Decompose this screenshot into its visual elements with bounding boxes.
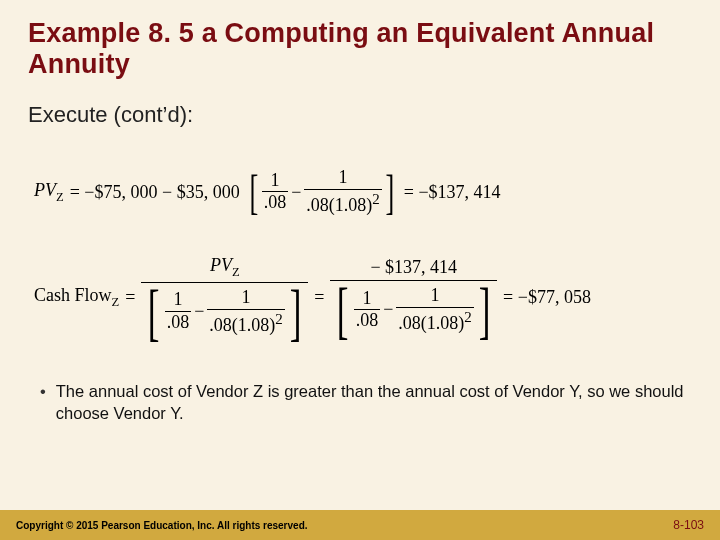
- bracket-left-icon: [: [337, 284, 349, 335]
- eq1-frac2-den: .08(1.08)2: [304, 189, 382, 216]
- eq1-frac2: 1 .08(1.08)2: [304, 168, 382, 216]
- eq2b-f1-num: 1: [360, 289, 373, 310]
- eq1-frac1-num: 1: [268, 171, 281, 192]
- eq2-top2: − $137, 414: [368, 258, 459, 281]
- eq2-f2-den-base: .08(1.08): [209, 315, 275, 335]
- eq2b-f1-den: .08: [354, 309, 381, 331]
- eq2-equals2: =: [314, 288, 324, 306]
- eq2b-f2-den-base: .08(1.08): [398, 313, 464, 333]
- bullet-item: • The annual cost of Vendor Z is greater…: [28, 380, 692, 425]
- footer-bar: Copyright © 2015 Pearson Education, Inc.…: [0, 510, 720, 540]
- eq2-minus2: −: [383, 300, 393, 320]
- eq1-lhs: PVZ: [34, 181, 64, 203]
- slide: Example 8. 5 a Computing an Equivalent A…: [0, 0, 720, 540]
- bracket-left-icon: [: [249, 173, 258, 211]
- eq2-f1-num: 1: [171, 290, 184, 311]
- eq1-frac2-den-exp: 2: [372, 191, 380, 207]
- bullet-icon: •: [40, 380, 46, 425]
- eq1-frac2-num: 1: [337, 168, 350, 189]
- eq2-f2-num: 1: [240, 288, 253, 309]
- equation-cashflow: Cash FlowZ = PVZ [ 1 .08 −: [34, 256, 692, 338]
- eq1-pre: = −$75, 000 − $35, 000: [70, 183, 240, 201]
- bullet-text: The annual cost of Vendor Z is greater t…: [56, 380, 684, 425]
- eq2-bigfrac2: − $137, 414 [ 1 .08 − 1 .08(1.08)2 ]: [330, 258, 497, 337]
- eq1-minus: −: [291, 183, 301, 201]
- eq2b-f2-den-exp: 2: [464, 309, 472, 325]
- eq2-top1: PVZ: [208, 256, 242, 282]
- eq2-equals1: =: [125, 288, 135, 306]
- eq2-f1-den: .08: [165, 311, 192, 333]
- eq2-lhs: Cash FlowZ: [34, 286, 119, 308]
- eq2-top-sub: Z: [232, 264, 240, 278]
- eq2-top-var: PV: [210, 255, 232, 275]
- eq2-label: Cash Flow: [34, 285, 112, 305]
- copyright-text: Copyright © 2015 Pearson Education, Inc.…: [16, 520, 308, 531]
- bracket-left-icon: [: [148, 286, 160, 337]
- bracket-right-icon: ]: [479, 284, 491, 335]
- eq2-result: = −$77, 058: [503, 288, 591, 306]
- eq2-bigfrac1: PVZ [ 1 .08 − 1 .08(1.08)2: [141, 256, 308, 338]
- eq1-frac1-den: .08: [262, 191, 289, 213]
- equation-pv: PVZ = −$75, 000 − $35, 000 [ 1 .08 − 1 .…: [34, 168, 692, 216]
- slide-number: 8-103: [673, 518, 704, 532]
- bracket-right-icon: ]: [385, 173, 394, 211]
- eq1-result: = −$137, 414: [404, 183, 501, 201]
- eq1-bracket: [ 1 .08 − 1 .08(1.08)2 ]: [246, 168, 398, 216]
- eq2-f2-den-exp: 2: [275, 311, 283, 327]
- equations-block: PVZ = −$75, 000 − $35, 000 [ 1 .08 − 1 .…: [34, 168, 692, 338]
- eq1-frac1: 1 .08: [262, 171, 289, 214]
- eq2-sub: Z: [112, 294, 120, 308]
- eq2-bottom1: [ 1 .08 − 1 .08(1.08)2 ]: [141, 282, 308, 338]
- eq2-minus1: −: [194, 302, 204, 322]
- slide-title: Example 8. 5 a Computing an Equivalent A…: [28, 18, 692, 80]
- slide-subhead: Execute (cont’d):: [28, 102, 692, 128]
- bracket-right-icon: ]: [290, 286, 302, 337]
- eq2b-f2-num: 1: [429, 286, 442, 307]
- eq1-var: PV: [34, 180, 56, 200]
- eq1-frac2-den-base: .08(1.08): [306, 195, 372, 215]
- eq1-sub: Z: [56, 189, 64, 203]
- eq2-bottom2: [ 1 .08 − 1 .08(1.08)2 ]: [330, 280, 497, 336]
